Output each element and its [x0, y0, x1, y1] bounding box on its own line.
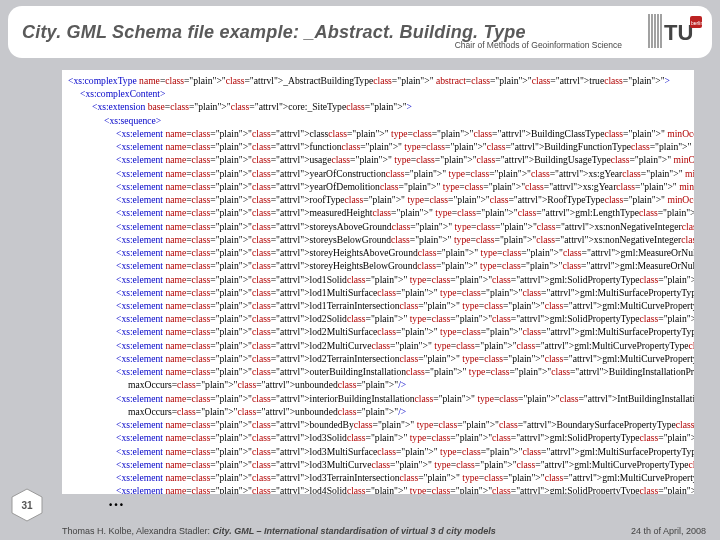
footer-date: 24 th of April, 2008: [631, 526, 706, 536]
code-line: <xs:element name=class="plain">"class="a…: [68, 286, 688, 299]
code-line: <xs:extension base=class="plain">"class=…: [68, 100, 688, 113]
svg-text:berlin: berlin: [691, 20, 703, 26]
code-line: <xs:element name=class="plain">"class="a…: [68, 339, 688, 352]
ellipsis: …: [108, 492, 126, 510]
code-line: <xs:element name=class="plain">"class="a…: [68, 312, 688, 325]
code-line: <xs:complexContent>: [68, 87, 688, 100]
code-line: <xs:element name=class="plain">"class="a…: [68, 299, 688, 312]
code-line: <xs:element name=class="plain">"class="a…: [68, 273, 688, 286]
code-line: <xs:element name=class="plain">"class="a…: [68, 167, 688, 180]
code-line: <xs:element name=class="plain">"class="a…: [68, 392, 688, 405]
code-line: <xs:element name=class="plain">"class="a…: [68, 140, 688, 153]
xml-code-block: <xs:complexType name=class="plain">"clas…: [62, 70, 694, 494]
slide-header: City. GML Schema file example: _Abstract…: [8, 6, 712, 58]
code-line: <xs:element name=class="plain">"class="a…: [68, 365, 688, 378]
slide-footer: Thomas H. Kolbe, Alexandra Stadler: City…: [62, 526, 706, 536]
code-line: <xs:element name=class="plain">"class="a…: [68, 431, 688, 444]
code-line: <xs:element name=class="plain">"class="a…: [68, 471, 688, 484]
code-line: <xs:element name=class="plain">"class="a…: [68, 418, 688, 431]
code-line: <xs:complexType name=class="plain">"clas…: [68, 74, 688, 87]
code-line: <xs:element name=class="plain">"class="a…: [68, 259, 688, 272]
chair-label: Chair of Methods of Geoinformation Scien…: [455, 40, 622, 50]
code-line: maxOccurs=class="plain">"class="attrvl">…: [68, 378, 688, 391]
code-line: <xs:element name=class="plain">"class="a…: [68, 220, 688, 233]
code-line: <xs:element name=class="plain">"class="a…: [68, 127, 688, 140]
slide-number-badge: 31: [10, 488, 44, 522]
code-line: <xs:element name=class="plain">"class="a…: [68, 352, 688, 365]
code-line: <xs:element name=class="plain">"class="a…: [68, 193, 688, 206]
code-line: <xs:element name=class="plain">"class="a…: [68, 233, 688, 246]
code-line: <xs:element name=class="plain">"class="a…: [68, 458, 688, 471]
footer-left: Thomas H. Kolbe, Alexandra Stadler: City…: [62, 526, 496, 536]
code-line: <xs:element name=class="plain">"class="a…: [68, 246, 688, 259]
code-line: <xs:element name=class="plain">"class="a…: [68, 325, 688, 338]
code-line: maxOccurs=class="plain">"class="attrvl">…: [68, 405, 688, 418]
code-line: <xs:element name=class="plain">"class="a…: [68, 180, 688, 193]
code-line: <xs:element name=class="plain">"class="a…: [68, 445, 688, 458]
tu-berlin-logo: TU berlin: [646, 10, 704, 54]
slide-title: City. GML Schema file example: _Abstract…: [22, 22, 526, 43]
footer-authors: Thomas H. Kolbe, Alexandra Stadler:: [62, 526, 213, 536]
footer-talk-title: City. GML – International standardisatio…: [213, 526, 496, 536]
logo-tu-text: TU: [664, 20, 693, 45]
code-line: <xs:sequence>: [68, 114, 688, 127]
code-line: <xs:element name=class="plain">"class="a…: [68, 153, 688, 166]
code-line: <xs:element name=class="plain">"class="a…: [68, 206, 688, 219]
code-line: <xs:element name=class="plain">"class="a…: [68, 484, 688, 494]
slide-number: 31: [21, 500, 32, 511]
